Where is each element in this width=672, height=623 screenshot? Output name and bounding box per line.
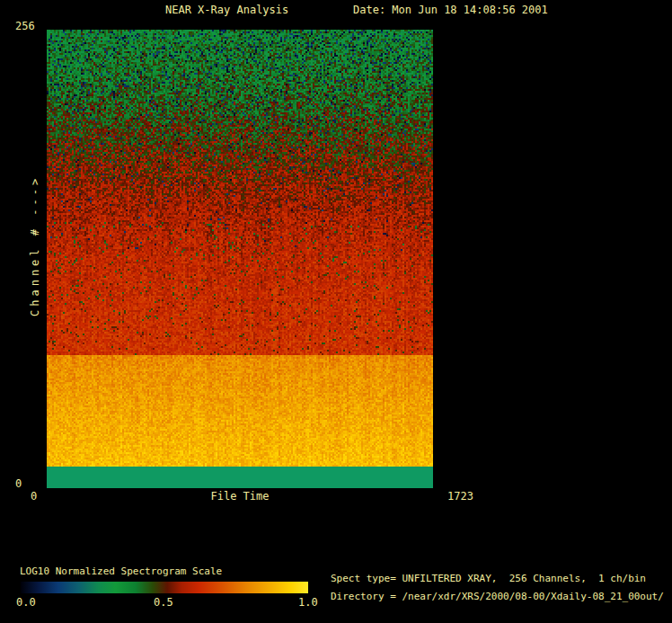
- date-label: Date: Mon Jun 18 14:08:56 2001: [353, 4, 548, 16]
- y-axis-max-tick: 256: [15, 20, 35, 32]
- near-xray-analysis-window: NEAR X-Ray Analysis Date: Mon Jun 18 14:…: [0, 0, 672, 623]
- colorbar-tick-05: 0.5: [154, 596, 173, 609]
- x-axis-min-tick: 0: [31, 490, 37, 503]
- spectrogram-image: [47, 30, 433, 488]
- directory-text: Directory = /near/xdr/XRS/2000/08-00/Xda…: [331, 591, 664, 602]
- colorbar-gradient: [21, 582, 308, 593]
- y-axis-min-tick: 0: [15, 477, 22, 490]
- x-axis-max-tick: 1723: [447, 490, 473, 503]
- spect-type-text: Spect type= UNFILTERED XRAY, 256 Channel…: [331, 573, 646, 584]
- colorbar-tick-1: 1.0: [298, 596, 318, 609]
- page-title: NEAR X-Ray Analysis: [165, 4, 288, 16]
- y-axis-label: Channel # --->: [28, 167, 42, 325]
- x-axis-label: File Time: [47, 490, 433, 503]
- colorbar-tick-0: 0.0: [16, 596, 36, 609]
- colorbar-title: LOG10 Normalized Spectrogram Scale: [20, 565, 222, 577]
